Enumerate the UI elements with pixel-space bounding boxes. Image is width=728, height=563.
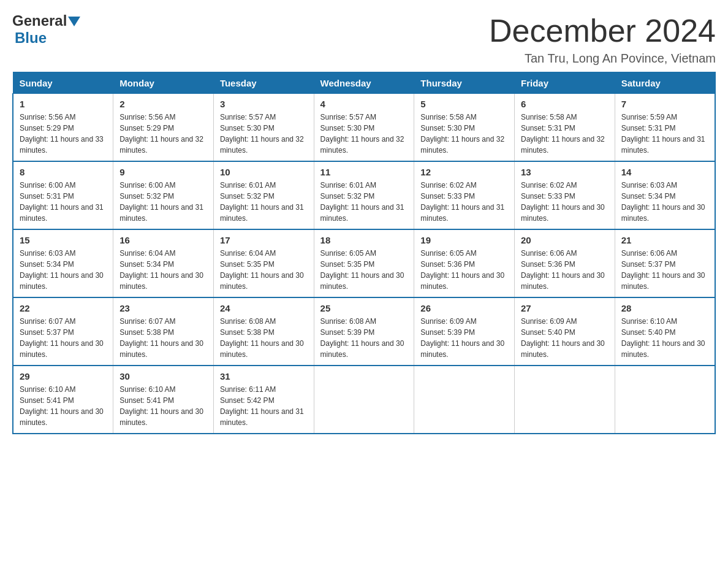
table-row: 7 Sunrise: 5:59 AM Sunset: 5:31 PM Dayli… [615, 94, 715, 162]
table-row: 18 Sunrise: 6:05 AM Sunset: 5:35 PM Dayl… [314, 229, 414, 297]
table-row: 6 Sunrise: 5:58 AM Sunset: 5:31 PM Dayli… [515, 94, 615, 162]
day-info: Sunrise: 6:06 AM Sunset: 5:37 PM Dayligh… [621, 248, 708, 292]
day-number: 22 [20, 303, 107, 313]
day-number: 28 [621, 303, 708, 313]
table-row: 8 Sunrise: 6:00 AM Sunset: 5:31 PM Dayli… [13, 161, 113, 229]
day-info: Sunrise: 6:11 AM Sunset: 5:42 PM Dayligh… [220, 384, 308, 428]
page-header: General Blue December 2024 Tan Tru, Long… [12, 12, 716, 66]
day-header-row: Sunday Monday Tuesday Wednesday Thursday… [13, 72, 715, 94]
day-number: 31 [220, 371, 308, 381]
table-row: 12 Sunrise: 6:02 AM Sunset: 5:33 PM Dayl… [414, 161, 515, 229]
day-info: Sunrise: 6:09 AM Sunset: 5:40 PM Dayligh… [521, 316, 609, 360]
header-wednesday: Wednesday [314, 72, 414, 94]
day-info: Sunrise: 6:01 AM Sunset: 5:32 PM Dayligh… [320, 180, 408, 224]
day-number: 7 [621, 99, 708, 109]
calendar-title: December 2024 [489, 12, 716, 49]
day-info: Sunrise: 6:02 AM Sunset: 5:33 PM Dayligh… [420, 180, 508, 224]
day-info: Sunrise: 6:10 AM Sunset: 5:41 PM Dayligh… [20, 384, 107, 428]
week-row-4: 22 Sunrise: 6:07 AM Sunset: 5:37 PM Dayl… [13, 297, 715, 366]
table-row: 31 Sunrise: 6:11 AM Sunset: 5:42 PM Dayl… [213, 366, 314, 434]
day-number: 18 [320, 235, 408, 245]
week-row-5: 29 Sunrise: 6:10 AM Sunset: 5:41 PM Dayl… [13, 366, 715, 434]
day-info: Sunrise: 6:02 AM Sunset: 5:33 PM Dayligh… [521, 180, 609, 224]
table-row: 29 Sunrise: 6:10 AM Sunset: 5:41 PM Dayl… [13, 366, 113, 434]
day-number: 15 [20, 235, 107, 245]
header-monday: Monday [113, 72, 214, 94]
day-info: Sunrise: 5:56 AM Sunset: 5:29 PM Dayligh… [119, 112, 207, 156]
calendar-subtitle: Tan Tru, Long An Povince, Vietnam [489, 52, 716, 66]
day-number: 26 [420, 303, 508, 313]
day-number: 5 [420, 99, 508, 109]
day-info: Sunrise: 6:07 AM Sunset: 5:38 PM Dayligh… [119, 316, 207, 360]
svg-marker-0 [68, 17, 80, 26]
day-info: Sunrise: 6:08 AM Sunset: 5:38 PM Dayligh… [220, 316, 308, 360]
day-number: 17 [220, 235, 308, 245]
day-number: 24 [220, 303, 308, 313]
day-number: 14 [621, 167, 708, 177]
day-number: 10 [220, 167, 308, 177]
day-number: 20 [521, 235, 609, 245]
day-info: Sunrise: 6:10 AM Sunset: 5:41 PM Dayligh… [119, 384, 207, 428]
table-row: 19 Sunrise: 6:05 AM Sunset: 5:36 PM Dayl… [414, 229, 515, 297]
week-row-1: 1 Sunrise: 5:56 AM Sunset: 5:29 PM Dayli… [13, 94, 715, 162]
day-info: Sunrise: 5:59 AM Sunset: 5:31 PM Dayligh… [621, 112, 708, 156]
day-info: Sunrise: 6:05 AM Sunset: 5:36 PM Dayligh… [420, 248, 508, 292]
day-number: 27 [521, 303, 609, 313]
table-row: 27 Sunrise: 6:09 AM Sunset: 5:40 PM Dayl… [515, 297, 615, 366]
day-number: 1 [20, 99, 107, 109]
day-info: Sunrise: 5:58 AM Sunset: 5:30 PM Dayligh… [420, 112, 508, 156]
day-info: Sunrise: 5:56 AM Sunset: 5:29 PM Dayligh… [20, 112, 107, 156]
table-row [414, 366, 515, 434]
table-row: 2 Sunrise: 5:56 AM Sunset: 5:29 PM Dayli… [113, 94, 214, 162]
day-number: 21 [621, 235, 708, 245]
day-info: Sunrise: 6:10 AM Sunset: 5:40 PM Dayligh… [621, 316, 708, 360]
table-row: 20 Sunrise: 6:06 AM Sunset: 5:36 PM Dayl… [515, 229, 615, 297]
table-row: 9 Sunrise: 6:00 AM Sunset: 5:32 PM Dayli… [113, 161, 214, 229]
table-row [615, 366, 715, 434]
table-row: 14 Sunrise: 6:03 AM Sunset: 5:34 PM Dayl… [615, 161, 715, 229]
day-number: 16 [119, 235, 207, 245]
day-number: 6 [521, 99, 609, 109]
logo: General Blue [12, 12, 83, 47]
calendar-table: Sunday Monday Tuesday Wednesday Thursday… [12, 72, 716, 434]
logo-triangle-icon [68, 14, 83, 29]
day-number: 8 [20, 167, 107, 177]
day-number: 25 [320, 303, 408, 313]
day-info: Sunrise: 6:09 AM Sunset: 5:39 PM Dayligh… [420, 316, 508, 360]
header-saturday: Saturday [615, 72, 715, 94]
day-info: Sunrise: 6:04 AM Sunset: 5:34 PM Dayligh… [119, 248, 207, 292]
day-number: 2 [119, 99, 207, 109]
day-number: 30 [119, 371, 207, 381]
day-number: 4 [320, 99, 408, 109]
day-info: Sunrise: 6:06 AM Sunset: 5:36 PM Dayligh… [521, 248, 609, 292]
day-info: Sunrise: 6:00 AM Sunset: 5:32 PM Dayligh… [119, 180, 207, 224]
week-row-2: 8 Sunrise: 6:00 AM Sunset: 5:31 PM Dayli… [13, 161, 715, 229]
table-row: 23 Sunrise: 6:07 AM Sunset: 5:38 PM Dayl… [113, 297, 214, 366]
day-info: Sunrise: 5:57 AM Sunset: 5:30 PM Dayligh… [320, 112, 408, 156]
day-info: Sunrise: 6:08 AM Sunset: 5:39 PM Dayligh… [320, 316, 408, 360]
header-sunday: Sunday [13, 72, 113, 94]
day-number: 23 [119, 303, 207, 313]
logo-blue-text: Blue [15, 29, 47, 47]
table-row: 15 Sunrise: 6:03 AM Sunset: 5:34 PM Dayl… [13, 229, 113, 297]
table-row: 3 Sunrise: 5:57 AM Sunset: 5:30 PM Dayli… [213, 94, 314, 162]
table-row: 25 Sunrise: 6:08 AM Sunset: 5:39 PM Dayl… [314, 297, 414, 366]
day-info: Sunrise: 6:03 AM Sunset: 5:34 PM Dayligh… [20, 248, 107, 292]
table-row: 24 Sunrise: 6:08 AM Sunset: 5:38 PM Dayl… [213, 297, 314, 366]
table-row: 17 Sunrise: 6:04 AM Sunset: 5:35 PM Dayl… [213, 229, 314, 297]
logo-general-text: General [12, 12, 67, 29]
day-info: Sunrise: 5:57 AM Sunset: 5:30 PM Dayligh… [220, 112, 308, 156]
table-row [515, 366, 615, 434]
day-number: 3 [220, 99, 308, 109]
header-friday: Friday [515, 72, 615, 94]
table-row [314, 366, 414, 434]
header-thursday: Thursday [414, 72, 515, 94]
table-row: 5 Sunrise: 5:58 AM Sunset: 5:30 PM Dayli… [414, 94, 515, 162]
day-info: Sunrise: 6:05 AM Sunset: 5:35 PM Dayligh… [320, 248, 408, 292]
day-info: Sunrise: 6:04 AM Sunset: 5:35 PM Dayligh… [220, 248, 308, 292]
table-row: 28 Sunrise: 6:10 AM Sunset: 5:40 PM Dayl… [615, 297, 715, 366]
table-row: 26 Sunrise: 6:09 AM Sunset: 5:39 PM Dayl… [414, 297, 515, 366]
table-row: 13 Sunrise: 6:02 AM Sunset: 5:33 PM Dayl… [515, 161, 615, 229]
day-number: 11 [320, 167, 408, 177]
day-info: Sunrise: 6:03 AM Sunset: 5:34 PM Dayligh… [621, 180, 708, 224]
